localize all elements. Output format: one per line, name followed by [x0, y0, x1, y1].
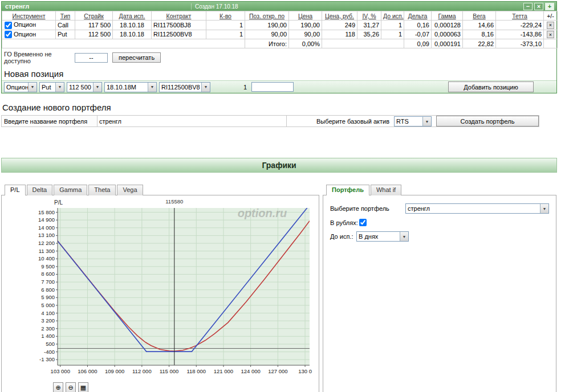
cell: Put: [56, 30, 75, 39]
column-header[interactable]: Гамма: [432, 11, 463, 21]
newpos-date-select[interactable]: 18.10.18M▼: [104, 82, 157, 92]
chevron-down-icon: ▼: [201, 83, 210, 92]
toexp-select[interactable]: В днях▼: [356, 231, 409, 242]
tab-портфель[interactable]: Портфель: [326, 185, 369, 195]
cell: [322, 39, 404, 48]
column-header[interactable]: Тип: [56, 11, 75, 21]
column-header[interactable]: IV, %: [357, 11, 381, 21]
column-header[interactable]: Вега: [463, 11, 496, 21]
svg-text:124 000: 124 000: [241, 368, 260, 374]
close-icon[interactable]: ×: [534, 3, 543, 10]
portfolio-name-label: Введите название портфеля: [2, 116, 97, 126]
row-checkbox[interactable]: [5, 31, 12, 38]
cell: Опцион: [2, 21, 56, 30]
svg-text:121 000: 121 000: [214, 368, 233, 374]
svg-text:8 600: 8 600: [41, 271, 55, 277]
column-header[interactable]: Цена, руб.: [322, 11, 357, 21]
newpos-strike-select[interactable]: 112 500▼: [67, 82, 102, 92]
chevron-down-icon: ▼: [28, 83, 36, 92]
add-icon[interactable]: +: [545, 3, 554, 10]
chevron-down-icon: ▼: [148, 83, 156, 92]
cell: -143,86: [496, 30, 544, 39]
svg-text:14 000: 14 000: [38, 224, 55, 231]
svg-text:130 0: 130 0: [298, 368, 312, 374]
cell: Call: [56, 21, 75, 30]
panels-area: P/LDeltaGammaThetaVega option.ru115580P/…: [1, 184, 569, 392]
svg-text:-400: -400: [44, 349, 55, 355]
column-header[interactable]: Тетта: [496, 11, 544, 21]
cell: 14,66: [463, 21, 496, 30]
column-header[interactable]: До исп.: [381, 11, 404, 21]
cell: 190,00: [289, 21, 322, 30]
svg-text:103 000: 103 000: [51, 368, 70, 374]
svg-text:10 400: 10 400: [38, 255, 55, 262]
tab-what-if[interactable]: What if: [371, 185, 401, 195]
column-header[interactable]: Контракт: [152, 11, 206, 21]
cell: -0,07: [404, 30, 432, 39]
tab-vega[interactable]: Vega: [117, 185, 143, 195]
cell: 90,00: [245, 30, 289, 39]
zoom-out-button[interactable]: ⊖: [66, 382, 76, 392]
cell: 112 500: [75, 30, 113, 39]
create-portfolio-button[interactable]: Создать портфель: [436, 116, 539, 126]
svg-text:2 300: 2 300: [41, 325, 55, 332]
column-header[interactable]: К-во: [206, 11, 245, 21]
recalculate-button[interactable]: пересчитать: [112, 52, 161, 63]
charts-band: Графики: [1, 158, 557, 173]
select-portfolio-label: Выберите портфель: [330, 205, 405, 212]
svg-text:13 100: 13 100: [38, 232, 55, 239]
positions-table-head: ИнструментТипСтрайкДата исп.КонтрактК-во…: [2, 11, 558, 21]
cell: ×: [544, 30, 558, 39]
chevron-down-icon: ▼: [540, 204, 548, 213]
svg-text:15 800: 15 800: [38, 209, 55, 215]
column-header[interactable]: Страйк: [75, 11, 113, 21]
tab-delta[interactable]: Delta: [27, 185, 53, 195]
column-header[interactable]: Цена: [289, 11, 322, 21]
new-portfolio-row: Введите название портфеля Выберите базов…: [1, 115, 539, 127]
column-header[interactable]: Поз. откр. по: [245, 11, 289, 21]
tab-p-l[interactable]: P/L: [5, 185, 26, 195]
row-checkbox[interactable]: [5, 22, 12, 29]
cell: 1: [381, 30, 404, 39]
svg-text:1 400: 1 400: [41, 333, 55, 340]
svg-text:11 300: 11 300: [39, 248, 55, 254]
position-row: ОпционCall117 50018.10.18RI117500BJ81190…: [2, 21, 558, 30]
svg-text:option.ru: option.ru: [238, 207, 287, 219]
svg-text:5 900: 5 900: [41, 294, 55, 300]
svg-text:118 000: 118 000: [186, 368, 206, 374]
cell: [2, 39, 245, 48]
newpos-contract-select[interactable]: RI112500BV8▼: [159, 82, 210, 92]
minimize-icon[interactable]: −: [523, 3, 533, 10]
pl-chart: option.ru115580P/L15 80014 90014 00013 1…: [3, 197, 314, 380]
add-position-button[interactable]: Добавить позицию: [448, 81, 534, 92]
column-header[interactable]: Дата исп.: [113, 11, 152, 21]
cell: [544, 39, 558, 48]
cell: 90,00: [289, 30, 322, 39]
base-asset-select[interactable]: RTS▼: [394, 116, 432, 126]
cell: 1: [206, 30, 245, 39]
window-titlebar: стренгл Создан 17.10.18 − × +: [2, 2, 556, 11]
rub-checkbox[interactable]: [359, 219, 367, 226]
portfolio-select[interactable]: стренгл▼: [405, 203, 549, 214]
svg-text:500: 500: [46, 341, 55, 347]
svg-text:115 000: 115 000: [160, 368, 179, 374]
svg-text:5 000: 5 000: [41, 302, 55, 308]
column-header[interactable]: Инструмент: [2, 11, 56, 21]
column-header[interactable]: Дельта: [404, 11, 432, 21]
cell: 35,26: [357, 30, 381, 39]
tab-gamma[interactable]: Gamma: [54, 185, 87, 195]
zoom-reset-button[interactable]: ▦: [78, 382, 88, 392]
window-title: стренгл: [2, 3, 191, 10]
portfolio-name-input[interactable]: [97, 116, 286, 126]
totals-row: Итого:0,00%0,090,00019122,82-373,10: [2, 39, 558, 48]
svg-text:7 700: 7 700: [41, 279, 55, 285]
tab-theta[interactable]: Theta: [88, 185, 116, 195]
newpos-instrument-select[interactable]: Опцион▼: [4, 82, 37, 92]
remove-row-button[interactable]: ×: [547, 22, 554, 29]
zoom-in-button[interactable]: ⊕: [53, 382, 63, 392]
cell: -229,24: [496, 21, 544, 30]
newpos-price-input[interactable]: [251, 82, 294, 92]
remove-row-button[interactable]: ×: [547, 31, 554, 38]
newpos-type-select[interactable]: Put▼: [39, 82, 64, 92]
svg-text:9 500: 9 500: [41, 263, 55, 270]
